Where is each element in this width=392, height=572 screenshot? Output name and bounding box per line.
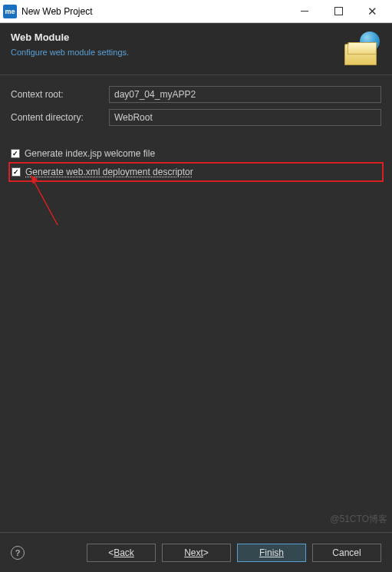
watermark: @51CTO博客: [330, 513, 387, 526]
close-button[interactable]: ✕: [355, 1, 389, 22]
back-button[interactable]: < Back: [87, 544, 156, 562]
content-dir-input[interactable]: [109, 109, 381, 126]
finish-button[interactable]: Finish: [237, 544, 306, 562]
maximize-button[interactable]: [321, 1, 355, 22]
folder-icon: [344, 44, 377, 65]
checkbox-icon: ✓: [11, 149, 20, 158]
page-title: Web Module: [11, 31, 338, 43]
cancel-button[interactable]: Cancel: [312, 544, 381, 562]
app-icon: me: [3, 5, 17, 18]
wizard-header: Web Module Configure web module settings…: [0, 23, 392, 74]
highlight-annotation: ✓ Generate web.xml deployment descriptor: [8, 162, 384, 182]
titlebar: me New Web Project ✕: [0, 0, 392, 23]
button-group: < Back Next > Finish Cancel: [87, 544, 381, 562]
context-root-input[interactable]: [109, 86, 381, 103]
webxml-label: Generate web.xml deployment descriptor: [25, 167, 193, 177]
context-root-label: Context root:: [11, 89, 109, 100]
wizard-icon: [344, 31, 381, 65]
content-area: Context root: Content directory: ✓ Gener…: [0, 75, 392, 193]
webxml-checkbox-row[interactable]: ✓ Generate web.xml deployment descriptor: [12, 164, 380, 180]
welcome-file-label: Generate index.jsp welcome file: [25, 148, 155, 159]
content-dir-label: Content directory:: [11, 112, 109, 123]
window-title: New Web Project: [21, 6, 288, 17]
page-subtitle: Configure web module settings.: [11, 48, 338, 57]
help-icon[interactable]: ?: [11, 546, 25, 560]
minimize-button[interactable]: [288, 1, 321, 22]
content-dir-row: Content directory:: [11, 109, 381, 126]
welcome-file-checkbox-row[interactable]: ✓ Generate index.jsp welcome file: [11, 146, 381, 161]
context-root-row: Context root:: [11, 86, 381, 103]
next-button[interactable]: Next >: [162, 544, 231, 562]
window-controls: ✕: [288, 1, 389, 22]
footer: ? < Back Next > Finish Cancel: [0, 532, 392, 572]
checkbox-icon: ✓: [12, 167, 21, 177]
